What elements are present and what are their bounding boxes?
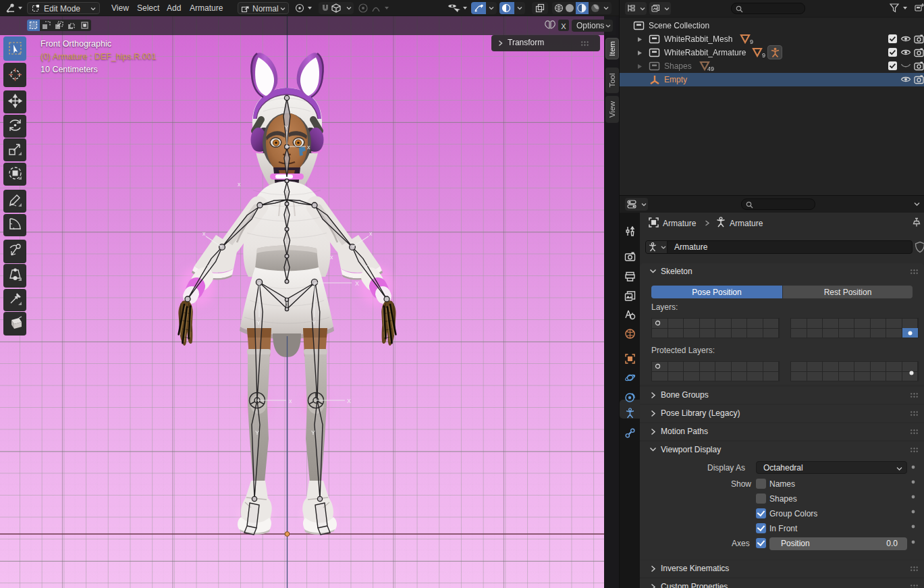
svg-text:Y: Y	[364, 264, 368, 271]
svg-text:x: x	[369, 230, 373, 237]
svg-text:Y: Y	[256, 319, 261, 326]
svg-text:X: X	[355, 280, 359, 287]
svg-text:Y: Y	[311, 429, 315, 436]
svg-text:X: X	[347, 398, 351, 404]
svg-text:49: 49	[707, 65, 714, 72]
svg-text:x: x	[238, 181, 241, 188]
svg-text:Y: Y	[207, 264, 211, 271]
svg-text:x: x	[202, 230, 206, 237]
svg-text:Y: Y	[255, 429, 259, 436]
svg-text:Y: Y	[312, 319, 316, 326]
svg-text:x: x	[289, 398, 292, 404]
svg-text:9: 9	[750, 38, 753, 45]
svg-text:Y: Y	[284, 124, 288, 131]
svg-text:9: 9	[762, 52, 765, 59]
svg-text:x: x	[307, 144, 310, 151]
svg-text:x: x	[330, 254, 333, 261]
